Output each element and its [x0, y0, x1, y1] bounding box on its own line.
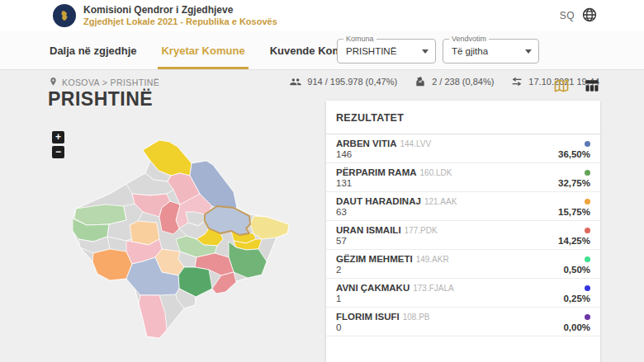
candidate-name: URAN ISMAILI [336, 225, 401, 235]
party-color-dot [585, 256, 590, 262]
results-title: REZULTATET [326, 101, 600, 134]
candidate-party: 144.LVV [400, 139, 431, 148]
tab-dalja-ne-zgjedhje[interactable]: Dalja në zgjedhje [50, 31, 136, 69]
tab-kryetar-komune[interactable]: Kryetar Komune [161, 31, 244, 69]
candidate-row[interactable]: AVNI ÇAKMAKU 173.FJALA 1 0,25% [326, 279, 600, 308]
candidate-percent: 36,50% [558, 149, 590, 159]
candidate-percent: 14,25% [558, 236, 590, 246]
candidate-row[interactable]: URAN ISMAILI 177.PDK 57 14,25% [326, 221, 600, 250]
language-switcher[interactable]: SQ [560, 10, 575, 21]
stations-stat: 2 / 238 (0,84%) [414, 75, 494, 88]
candidate-percent: 0,25% [563, 294, 590, 303]
candidate-votes: 63 [336, 207, 347, 217]
party-color-dot [585, 314, 590, 320]
candidate-party: 160.LDK [420, 168, 452, 177]
people-icon [289, 75, 302, 88]
candidate-party: 149.AKR [416, 255, 449, 264]
compare-arrows-icon [510, 75, 523, 88]
candidate-row[interactable]: FLORIM ISUFI 108.PB 0 0,00% [326, 308, 600, 336]
kosovo-municipalities-map[interactable] [73, 134, 291, 348]
candidate-party: 108.PB [403, 313, 430, 322]
candidate-name: DAUT HARADINAJ [336, 196, 421, 206]
candidate-name: PËRPARIM RAMA [336, 167, 417, 177]
map-zoom-controls: + − [52, 131, 64, 158]
vendvotim-select-label: Vendvotim [449, 35, 489, 43]
party-color-dot [585, 141, 590, 147]
zoom-out-button[interactable]: − [52, 146, 64, 158]
tabs: Dalja në zgjedhje Kryetar Komune Kuvende… [50, 31, 370, 69]
breadcrumb-path: KOSOVA > PRISHTINË [62, 78, 159, 87]
candidate-percent: 15,75% [558, 207, 590, 217]
komuna-select-value: PRISHTINË [338, 40, 435, 63]
candidate-row[interactable]: DAUT HARADINAJ 121.AAK 63 15,75% [326, 192, 600, 221]
party-color-dot [585, 285, 590, 291]
party-color-dot [585, 170, 590, 176]
table-view-icon[interactable] [584, 78, 600, 94]
chevron-down-icon [422, 49, 429, 54]
candidate-votes: 146 [336, 149, 352, 159]
page-title: PRISHTINË [48, 88, 153, 110]
candidate-name: ARBEN VITIA [336, 139, 396, 148]
filter-bar: Dalja në zgjedhje Kryetar Komune Kuvende… [0, 31, 644, 70]
globe-icon[interactable] [581, 7, 598, 23]
location-pin-icon [48, 77, 59, 87]
candidate-party: 173.FJALA [413, 284, 453, 293]
candidate-percent: 0,50% [563, 265, 590, 275]
kqz-logo [53, 4, 76, 27]
turnout-value: 914 / 195.978 (0,47%) [307, 77, 397, 87]
candidate-row[interactable]: GËZIM MEHMETI 149.AKR 2 0,50% [326, 250, 600, 279]
vendvotim-select-value: Të gjitha [443, 40, 538, 63]
turnout-stat: 914 / 195.978 (0,47%) [289, 75, 397, 88]
candidate-party: 177.PDK [405, 226, 438, 235]
stations-value: 2 / 238 (0,84%) [432, 77, 494, 87]
candidate-row[interactable]: PËRPARIM RAMA 160.LDK 131 32,75% [326, 163, 600, 192]
komuna-select[interactable]: Komuna PRISHTINË [337, 39, 436, 63]
vendvotim-select[interactable]: Vendvotim Të gjitha [443, 39, 539, 63]
party-color-dot [585, 228, 590, 233]
candidate-votes: 1 [336, 294, 341, 303]
app-header: Komisioni Qendror i Zgjedhjeve Zgjedhjet… [0, 0, 644, 31]
party-color-dot [585, 199, 590, 205]
candidate-percent: 0,00% [563, 322, 590, 332]
candidate-name: GËZIM MEHMETI [336, 254, 413, 264]
komuna-select-label: Komuna [343, 35, 376, 43]
breadcrumb[interactable]: KOSOVA > PRISHTINË [48, 77, 159, 87]
results-panel: REZULTATET ARBEN VITIA 144.LVV 146 36,50… [326, 101, 600, 362]
candidate-votes: 2 [336, 265, 341, 275]
candidate-list: ARBEN VITIA 144.LVV 146 36,50% PËRPARIM … [326, 134, 600, 336]
candidate-votes: 57 [336, 236, 347, 246]
app-subtitle: Zgjedhjet Lokale 2021 - Republika e Koso… [83, 16, 277, 28]
candidate-row[interactable]: ARBEN VITIA 144.LVV 146 36,50% [326, 134, 600, 163]
candidate-name: FLORIM ISUFI [336, 312, 400, 322]
app-title: Komisioni Qendror i Zgjedhjeve [83, 4, 277, 16]
map-view-icon[interactable] [553, 78, 570, 94]
map-region-gjakove[interactable] [92, 249, 132, 280]
candidate-percent: 32,75% [558, 178, 590, 188]
candidate-party: 121.AAK [424, 197, 457, 206]
candidate-name: AVNI ÇAKMAKU [336, 283, 410, 293]
kosovo-logo-icon [57, 8, 72, 23]
candidate-votes: 0 [336, 322, 341, 332]
chevron-down-icon [525, 49, 532, 54]
ballot-box-icon [414, 75, 427, 88]
candidate-votes: 131 [336, 178, 352, 188]
zoom-in-button[interactable]: + [52, 131, 64, 143]
header-titles: Komisioni Qendror i Zgjedhjeve Zgjedhjet… [83, 4, 277, 28]
